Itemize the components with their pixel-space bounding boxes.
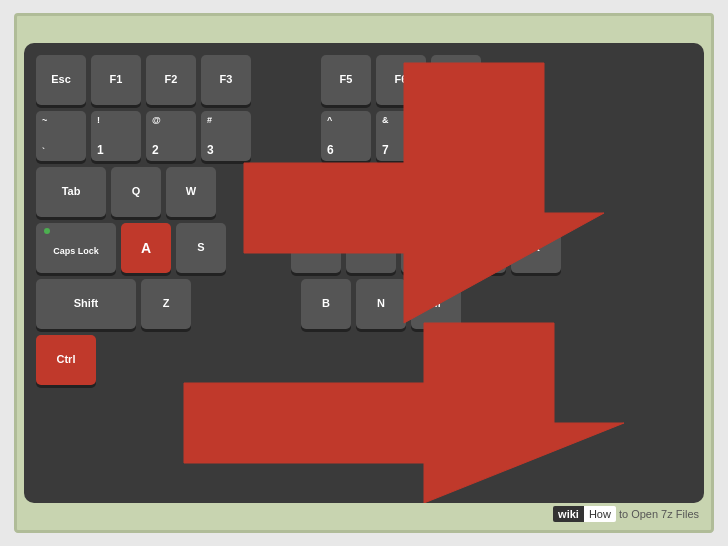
1-key[interactable]: ! 1 [91, 111, 141, 161]
caps-lock-key[interactable]: Caps Lock [36, 223, 116, 273]
shift-key[interactable]: Shift [36, 279, 136, 329]
i-key[interactable]: I [436, 167, 486, 217]
2-key[interactable]: @ 2 [146, 111, 196, 161]
f5-key[interactable]: F5 [321, 55, 371, 105]
j-key[interactable]: J [456, 223, 506, 273]
a-key[interactable]: A [121, 223, 171, 273]
b-key[interactable]: B [301, 279, 351, 329]
f6-key[interactable]: F6 [376, 55, 426, 105]
u-key[interactable]: U [381, 167, 431, 217]
ctrl-row: Ctrl [36, 335, 692, 385]
esc-label: Esc [51, 73, 71, 86]
ctrl-key[interactable]: Ctrl [36, 335, 96, 385]
z-key[interactable]: Z [141, 279, 191, 329]
s-key[interactable]: S [176, 223, 226, 273]
keyboard-area: Esc F1 F2 F3 F5 F6 F7 ~ ` ! 1 @ 2 [24, 43, 704, 503]
a-label: A [141, 240, 151, 257]
y-key[interactable]: Y [326, 167, 376, 217]
k-key[interactable]: K [511, 223, 561, 273]
num-hidden [256, 111, 316, 161]
asdf-row: Caps Lock A S F G H J K [36, 223, 692, 273]
main-container: Esc F1 F2 F3 F5 F6 F7 ~ ` ! 1 @ 2 [14, 13, 714, 533]
g-key[interactable]: G [346, 223, 396, 273]
n-key[interactable]: N [356, 279, 406, 329]
3-key[interactable]: # 3 [201, 111, 251, 161]
f2-key[interactable]: F2 [146, 55, 196, 105]
f7-key[interactable]: F7 [431, 55, 481, 105]
caps-lock-label: Caps Lock [53, 246, 99, 257]
h-key[interactable]: H [401, 223, 451, 273]
w-key[interactable]: W [166, 167, 216, 217]
7-key[interactable]: & 7 [376, 111, 426, 161]
qwerty-hidden [221, 167, 321, 217]
shift-hidden [196, 279, 296, 329]
function-key-row: Esc F1 F2 F3 F5 F6 F7 [36, 55, 692, 105]
asdf-hidden [231, 223, 286, 273]
shift-row: Shift Z B N M [36, 279, 692, 329]
f-key[interactable]: F [291, 223, 341, 273]
6-key[interactable]: ^ 6 [321, 111, 371, 161]
wiki-how-text: How [584, 506, 616, 522]
watermark: wiki How to Open 7z Files [553, 506, 699, 522]
m-key[interactable]: M [411, 279, 461, 329]
wiki-how-rest: to Open 7z Files [619, 508, 699, 520]
tilde-key[interactable]: ~ ` [36, 111, 86, 161]
ctrl-label: Ctrl [57, 353, 76, 366]
wiki-badge: wiki [553, 506, 584, 522]
f3-key[interactable]: F3 [201, 55, 251, 105]
qwerty-row: Tab Q W Y U I [36, 167, 692, 217]
8-key[interactable]: * 8 [431, 111, 481, 161]
caps-lock-indicator [44, 228, 50, 234]
q-key[interactable]: Q [111, 167, 161, 217]
number-key-row: ~ ` ! 1 @ 2 # 3 ^ 6 & 7 [36, 111, 692, 161]
f1-key[interactable]: F1 [91, 55, 141, 105]
esc-key[interactable]: Esc [36, 55, 86, 105]
f4-hidden [256, 55, 316, 105]
tab-key[interactable]: Tab [36, 167, 106, 217]
shift-label: Shift [74, 297, 98, 310]
